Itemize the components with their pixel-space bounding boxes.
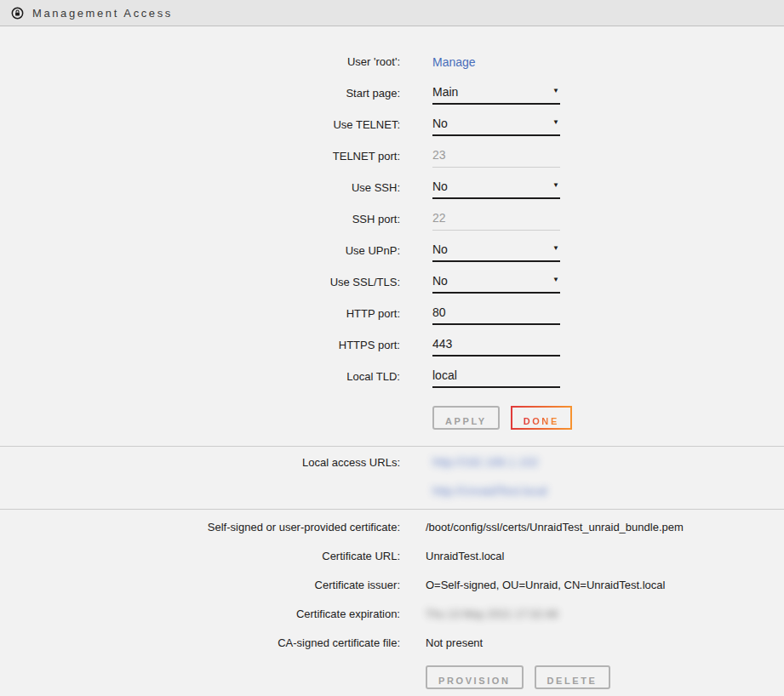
- form-actions: APPLY DONE: [432, 406, 784, 430]
- section-divider: [0, 446, 784, 447]
- local-tld-input[interactable]: local: [432, 366, 560, 388]
- select-value: No: [432, 274, 448, 288]
- https-port-input[interactable]: 443: [432, 334, 560, 357]
- chevron-down-icon: ▼: [552, 182, 559, 189]
- cert-row: Self-signed or user-provided certificate…: [0, 512, 784, 541]
- page-header: Management Access: [0, 0, 784, 26]
- field-label: Local TLD:: [0, 370, 400, 383]
- form-row-use-upnp: Use UPnP: No ▼: [0, 235, 784, 266]
- certificate-issuer: O=Self-signed, OU=Unraid, CN=UnraidTest.…: [426, 579, 665, 591]
- start-page-select[interactable]: Main ▼: [432, 83, 560, 105]
- local-access-row: http://UnraidTest.local: [0, 476, 784, 505]
- field-label: HTTPS port:: [0, 339, 400, 351]
- input-value: 22: [432, 211, 446, 225]
- form-row-ssh-port: SSH port: 22: [0, 203, 784, 235]
- field-label: Use SSH:: [0, 181, 400, 194]
- use-ssl-tls-select[interactable]: No ▼: [432, 271, 560, 294]
- local-access-row: Local access URLs: http://192.168.1.102: [0, 448, 784, 476]
- field-label: User 'root':: [0, 55, 400, 68]
- select-value: No: [432, 117, 448, 130]
- local-access-url-redacted[interactable]: http://192.168.1.102: [432, 455, 539, 469]
- section-divider: [0, 509, 784, 510]
- local-access-section: Local access URLs: http://192.168.1.102 …: [0, 448, 784, 505]
- form-row-local-tld: Local TLD: local: [0, 361, 784, 392]
- page-title: Management Access: [32, 7, 173, 20]
- form-row-https-port: HTTPS port: 443: [0, 329, 784, 361]
- form-row-use-ssh: Use SSH: No ▼: [0, 172, 784, 203]
- provision-button[interactable]: PROVISION: [426, 665, 524, 689]
- certificate-section: Self-signed or user-provided certificate…: [0, 512, 784, 689]
- select-value: No: [432, 242, 448, 256]
- cert-row: CA-signed certificate file: Not present: [0, 628, 784, 657]
- field-label: TELNET port:: [0, 150, 400, 163]
- form-row-start-page: Start page: Main ▼: [0, 77, 784, 109]
- cert-row: Certificate expiration: Thu 13 May 2021 …: [0, 599, 784, 628]
- field-label: Start page:: [0, 87, 400, 100]
- use-ssh-select[interactable]: No ▼: [432, 177, 560, 199]
- certificate-url: UnraidTest.local: [426, 550, 505, 562]
- chevron-down-icon: ▼: [552, 245, 559, 252]
- certificate-expiration-redacted: Thu 13 May 2021 17:32:48: [426, 608, 558, 620]
- form-row-user-root: User 'root': Manage: [0, 46, 784, 77]
- field-label: Local access URLs:: [0, 456, 400, 469]
- lock-icon: [11, 7, 24, 20]
- manage-root-link[interactable]: Manage: [432, 55, 476, 69]
- cert-row: Certificate issuer: O=Self-signed, OU=Un…: [0, 570, 784, 599]
- field-label: Use UPnP:: [0, 244, 400, 257]
- form-row-http-port: HTTP port: 80: [0, 298, 784, 329]
- use-telnet-select[interactable]: No ▼: [432, 114, 560, 136]
- field-label: SSH port:: [0, 213, 400, 225]
- form-row-use-ssl: Use SSL/TLS: No ▼: [0, 266, 784, 298]
- done-button[interactable]: DONE: [511, 406, 572, 430]
- use-upnp-select[interactable]: No ▼: [432, 240, 560, 262]
- field-label: Certificate expiration:: [0, 608, 400, 620]
- input-value: local: [432, 368, 457, 382]
- certificate-path: /boot/config/ssl/certs/UnraidTest_unraid…: [426, 521, 684, 533]
- cert-row: Certificate URL: UnraidTest.local: [0, 541, 784, 570]
- field-label: Self-signed or user-provided certificate…: [0, 521, 400, 533]
- field-label: Use SSL/TLS:: [0, 276, 400, 288]
- field-label: Certificate issuer:: [0, 579, 400, 591]
- certificate-actions: PROVISION DELETE: [426, 665, 784, 689]
- form-row-use-telnet: Use TELNET: No ▼: [0, 109, 784, 140]
- apply-button[interactable]: APPLY: [432, 406, 500, 430]
- ca-certificate-status: Not present: [426, 636, 483, 649]
- select-value: No: [432, 180, 448, 193]
- field-label: CA-signed certificate file:: [0, 636, 400, 649]
- input-value: 80: [432, 305, 446, 319]
- input-value: 443: [432, 337, 452, 351]
- done-button-label: DONE: [524, 416, 559, 426]
- input-value: 23: [432, 148, 446, 162]
- delete-button[interactable]: DELETE: [535, 665, 610, 689]
- management-access-form: User 'root': Manage Start page: Main ▼ U…: [0, 46, 784, 430]
- http-port-input[interactable]: 80: [432, 303, 560, 325]
- field-label: Certificate URL:: [0, 550, 400, 562]
- ssh-port-input: 22: [432, 208, 560, 231]
- chevron-down-icon: ▼: [552, 119, 559, 126]
- telnet-port-input: 23: [432, 145, 560, 168]
- form-row-telnet-port: TELNET port: 23: [0, 140, 784, 172]
- chevron-down-icon: ▼: [552, 277, 559, 283]
- field-label: HTTP port:: [0, 307, 400, 320]
- field-label: Use TELNET:: [0, 118, 400, 131]
- select-value: Main: [432, 85, 458, 99]
- chevron-down-icon: ▼: [552, 88, 559, 94]
- local-access-url-redacted[interactable]: http://UnraidTest.local: [432, 484, 547, 498]
